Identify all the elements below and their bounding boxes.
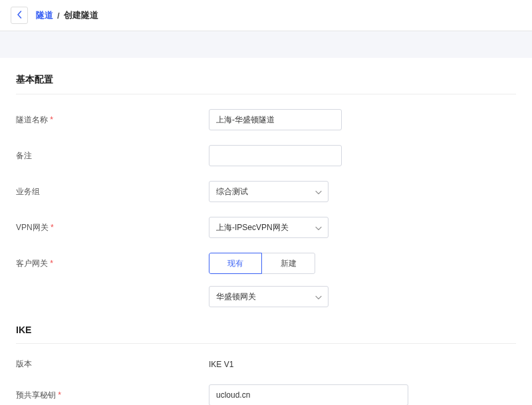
tunnel-name-input[interactable] [209,109,342,130]
breadcrumb-separator: / [57,11,60,21]
breadcrumb: 隧道 / 创建隧道 [36,9,98,21]
row-remark: 备注 [16,145,516,166]
row-tunnel-name: 隧道名称 [16,109,516,130]
label-ike-version: 版本 [16,358,209,370]
psk-input[interactable] [209,384,408,405]
row-vpn-gateway: VPN网关 上海-IPSecVPN网关 [16,217,516,238]
chevron-left-icon [17,11,22,21]
vpn-gateway-value: 上海-IPSecVPN网关 [216,222,289,233]
label-customer-gateway: 客户网关 [16,258,209,269]
divider [16,343,516,344]
ike-version-value: IKE V1 [209,360,233,369]
seg-new[interactable]: 新建 [262,253,315,274]
section-title-basic: 基本配置 [16,74,516,86]
row-ike-version: 版本 IKE V1 [16,358,516,370]
row-customer-gateway-select: 华盛顿网关 [209,286,516,307]
customer-gateway-toggle: 现有 新建 [209,253,315,274]
row-psk: 预共享秘钥 [16,384,516,405]
label-vpn-gateway: VPN网关 [16,222,209,233]
row-customer-gateway: 客户网关 现有 新建 [16,253,516,274]
back-button[interactable] [11,7,28,24]
business-group-select[interactable]: 综合测试 [209,181,329,202]
breadcrumb-link-tunnel[interactable]: 隧道 [36,9,53,21]
vpn-gateway-select[interactable]: 上海-IPSecVPN网关 [209,217,329,238]
page-header: 隧道 / 创建隧道 [0,0,532,31]
customer-gateway-value: 华盛顿网关 [216,291,256,303]
row-business-group: 业务组 综合测试 [16,181,516,202]
business-group-value: 综合测试 [216,186,248,198]
label-remark: 备注 [16,150,209,162]
content-gap [0,31,532,58]
label-business-group: 业务组 [16,186,209,198]
label-psk: 预共享秘钥 [16,390,209,401]
customer-gateway-select[interactable]: 华盛顿网关 [209,286,329,307]
section-title-ike: IKE [16,325,516,335]
form-content: 基本配置 隧道名称 备注 业务组 综合测试 VPN网关 上海-IPSecVPN网… [0,58,532,405]
label-tunnel-name: 隧道名称 [16,114,209,126]
breadcrumb-current: 创建隧道 [64,9,98,21]
seg-existing[interactable]: 现有 [209,253,262,274]
remark-input[interactable] [209,145,342,166]
divider [16,94,516,94]
